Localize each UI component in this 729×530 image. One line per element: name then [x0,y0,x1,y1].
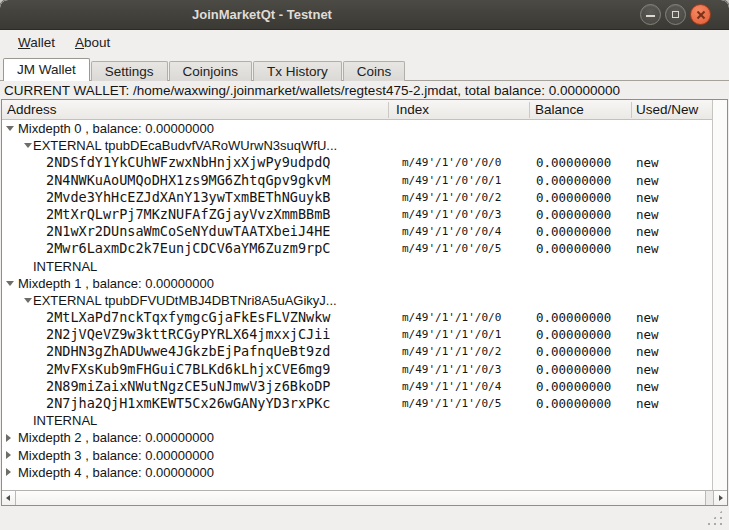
collapse-arrow-icon[interactable] [6,126,14,131]
tree-item-label: Mixdepth 0 , balance: 0.00000000 [18,120,214,137]
tree-row-mixdepth[interactable]: Mixdepth 3 , balance: 0.00000000 [2,447,712,464]
tab-coins[interactable]: Coins [343,61,406,81]
used-new-cell: new [636,395,659,412]
tree-row-address[interactable]: 2MtLXaPd7nckTqxfymgcGjaFkEsFLVZNwkwm/49'… [2,309,712,326]
menu-about-label: bout [84,35,110,50]
scroll-left-button[interactable] [2,491,16,505]
scroll-right-button[interactable] [713,491,727,505]
tree-row-mixdepth[interactable]: Mixdepth 1 , balance: 0.00000000 [2,275,712,292]
used-new-cell: new [636,343,659,360]
address-cell: 2NDSfdY1YkCUhWFzwxNbHnjxXjwPy9udpdQ [46,154,330,171]
menubar: Wallet About [0,31,729,55]
maximize-button[interactable] [665,4,686,25]
used-new-cell: new [636,361,659,378]
address-cell: 2NDHN3gZhADUwwe4JGkzbEjPafnqUeBt9zd [46,343,330,360]
tree-row-branch[interactable]: EXTERNAL tpubDFVUDtMBJ4DBTNri8A5uAGikyJ.… [2,292,712,309]
tree-row-branch[interactable]: INTERNAL [2,412,712,429]
balance-cell: 0.00000000 [536,395,611,412]
column-header-address[interactable]: Address [7,100,57,120]
expand-arrow-icon[interactable] [6,451,11,459]
tab-bar: JM Wallet Settings Coinjoins Tx History … [0,58,729,81]
tree-row-mixdepth[interactable]: Mixdepth 2 , balance: 0.00000000 [2,429,712,446]
index-cell: m/49'/1'/1'/0/4 [402,378,501,395]
balance-cell: 0.00000000 [536,189,611,206]
vertical-scrollbar[interactable] [712,100,727,490]
address-cell: 2Mwr6LaxmDc2k7EunjCDCV6aYM6Zuzm9rpC [46,240,330,257]
minimize-button[interactable] [640,4,661,25]
used-new-cell: new [636,154,659,171]
tree-row-mixdepth[interactable]: Mixdepth 0 , balance: 0.00000000 [2,120,712,137]
address-cell: 2N7jha2QjH1xmKEWT5Cx26wGANyYD3rxPKc [46,395,330,412]
used-new-cell: new [636,326,659,343]
collapse-arrow-icon[interactable] [24,143,32,148]
collapse-arrow-icon[interactable] [6,281,14,286]
index-cell: m/49'/1'/0'/0/0 [402,154,501,171]
tree-row-address[interactable]: 2N4NWKuAoUMQoDHX1zs9MG6ZhtqGpv9gkvMm/49'… [2,172,712,189]
balance-cell: 0.00000000 [536,378,611,395]
balance-cell: 0.00000000 [536,361,611,378]
tab-coinjoins[interactable]: Coinjoins [169,61,253,81]
horizontal-scrollbar-thumb[interactable] [16,491,706,505]
tree-row-address[interactable]: 2MvFXsKub9mFHGuiC7BLKd6kLhjxCVE6mg9m/49'… [2,361,712,378]
resize-grip[interactable] [704,507,726,527]
column-header-index[interactable]: Index [396,100,429,120]
tab-jm-wallet[interactable]: JM Wallet [3,58,90,81]
tree-item-label: INTERNAL [33,412,97,429]
window-title: JoinMarketQt - Testnet [0,0,524,30]
menu-about[interactable]: About [65,31,120,55]
index-cell: m/49'/1'/1'/0/3 [402,361,501,378]
menu-about-mnemonic: A [75,35,84,50]
tree-row-address[interactable]: 2NDSfdY1YkCUhWFzwxNbHnjxXjwPy9udpdQm/49'… [2,154,712,171]
tree-row-branch[interactable]: INTERNAL [2,258,712,275]
expand-arrow-icon[interactable] [6,468,11,476]
scroll-right-arrow-icon [719,495,723,501]
tree-row-mixdepth[interactable]: Mixdepth 4 , balance: 0.00000000 [2,464,712,481]
column-header-used-new[interactable]: Used/New [636,100,698,120]
tree-row-address[interactable]: 2N1wXr2DUnsaWmCoSeNYduwTAATXbeiJ4HEm/49'… [2,223,712,240]
address-cell: 2MvFXsKub9mFHGuiC7BLKd6kLhjxCVE6mg9 [46,361,330,378]
collapse-arrow-icon[interactable] [24,298,32,303]
index-cell: m/49'/1'/1'/0/0 [402,309,501,326]
tree-row-address[interactable]: 2N2jVQeVZ9w3kttRCGyPYRLX64jmxxjCJiim/49'… [2,326,712,343]
index-cell: m/49'/1'/0'/0/2 [402,189,501,206]
tree-row-address[interactable]: 2NDHN3gZhADUwwe4JGkzbEjPafnqUeBt9zdm/49'… [2,343,712,360]
menu-wallet-label: allet [30,35,55,50]
scroll-left-arrow-icon [6,495,10,501]
maximize-icon [672,11,679,18]
tree-item-label: Mixdepth 3 , balance: 0.00000000 [18,447,214,464]
balance-cell: 0.00000000 [536,240,611,257]
tree-row-address[interactable]: 2Mvde3YhHcEZJdXAnY13ywTxmBEThNGuykBm/49'… [2,189,712,206]
used-new-cell: new [636,206,659,223]
tab-settings[interactable]: Settings [91,61,168,81]
tree-item-label: Mixdepth 1 , balance: 0.00000000 [18,275,214,292]
address-cell: 2MtXrQLwrPj7MKzNUFAfZGjayVvzXmmBBmB [46,206,330,223]
used-new-cell: new [636,378,659,395]
menu-wallet[interactable]: Wallet [8,31,65,55]
tree-row-address[interactable]: 2N7jha2QjH1xmKEWT5Cx26wGANyYD3rxPKcm/49'… [2,395,712,412]
balance-cell: 0.00000000 [536,309,611,326]
header-separator [631,102,632,118]
current-wallet-banner: CURRENT WALLET: /home/waxwing/.joinmarke… [4,83,724,98]
used-new-cell: new [636,189,659,206]
tree-row-address[interactable]: 2N89miZaixNWutNgzCE5uNJmwV3jz6BkoDPm/49'… [2,378,712,395]
wallet-tree-rows: Mixdepth 0 , balance: 0.00000000EXTERNAL… [2,120,712,491]
address-cell: 2N89miZaixNWutNgzCE5uNJmwV3jz6BkoDP [46,378,330,395]
index-cell: m/49'/1'/1'/0/2 [402,343,501,360]
address-cell: 2N2jVQeVZ9w3kttRCGyPYRLX64jmxxjCJii [46,326,330,343]
used-new-cell: new [636,223,659,240]
index-cell: m/49'/1'/0'/0/1 [402,172,501,189]
close-button[interactable] [690,4,711,25]
tree-item-label: Mixdepth 4 , balance: 0.00000000 [18,464,214,481]
used-new-cell: new [636,240,659,257]
tab-tx-history[interactable]: Tx History [253,61,342,81]
expand-arrow-icon[interactable] [6,434,11,442]
horizontal-scrollbar[interactable] [2,490,727,505]
titlebar[interactable]: JoinMarketQt - Testnet [0,0,729,30]
address-cell: 2N4NWKuAoUMQoDHX1zs9MG6ZhtqGpv9gkvM [46,172,330,189]
tree-row-address[interactable]: 2Mwr6LaxmDc2k7EunjCDCV6aYM6Zuzm9rpCm/49'… [2,240,712,257]
index-cell: m/49'/1'/1'/0/1 [402,326,501,343]
header-separator [529,102,530,118]
tree-row-address[interactable]: 2MtXrQLwrPj7MKzNUFAfZGjayVvzXmmBBmBm/49'… [2,206,712,223]
column-header-balance[interactable]: Balance [535,100,584,120]
tree-row-branch[interactable]: EXTERNAL tpubDEcaBudvfVARoWUrwN3suqWfU..… [2,137,712,154]
